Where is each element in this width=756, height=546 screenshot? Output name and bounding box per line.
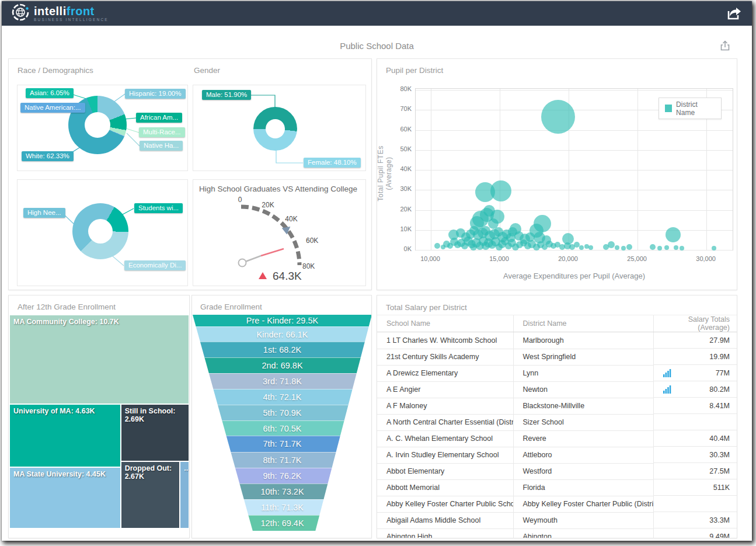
funnel-stage-label: 12th: 69.4K xyxy=(260,519,304,528)
funnel-stage[interactable]: 2nd: 69.8K xyxy=(193,357,372,373)
share-icon[interactable] xyxy=(726,6,743,21)
funnel-stage[interactable]: 5th: 70.9K xyxy=(193,405,372,420)
x-axis-label: Average Expenditures per Pupil (Average) xyxy=(415,272,733,280)
gauge-tick-40k: 40K xyxy=(285,215,297,223)
needs-label-high-needs[interactable]: High Nee... xyxy=(23,208,65,218)
col-salary-totals[interactable]: Salary Totals (Average) xyxy=(653,315,737,332)
treemap: MA Community College: 10.7KUniversity of… xyxy=(9,315,189,528)
gender-label-female[interactable]: Female: 48.10% xyxy=(304,158,361,168)
table-row[interactable]: A. Irvin Studley Elementary SchoolAttleb… xyxy=(377,447,737,463)
y-tick-label: 60K xyxy=(386,126,412,133)
race-label-multi-race[interactable]: Multi-Race... xyxy=(139,127,185,137)
funnel-stage[interactable]: 9th: 76.2K xyxy=(193,468,372,484)
scatter-bubble[interactable] xyxy=(680,246,684,251)
cell-school-name: 21st Century Skills Academy xyxy=(377,349,513,365)
scatter-bubble[interactable] xyxy=(615,245,619,250)
scatter-bubble[interactable] xyxy=(588,245,593,250)
race-label-asian[interactable]: Asian: 6.05% xyxy=(26,88,74,98)
table-row[interactable]: Abbot ElementaryWestford27.5M xyxy=(377,463,737,479)
col-school-name[interactable]: School Name xyxy=(377,315,513,332)
funnel-stage[interactable]: 4th: 72.1K xyxy=(193,389,372,405)
funnel-stage[interactable]: 8th: 71.7K xyxy=(193,452,372,468)
table-row[interactable]: A. C. Whelan Elementary SchoolRevere40.4… xyxy=(377,430,737,447)
cell-district-name: Lynn xyxy=(513,365,653,381)
col-district-name[interactable]: District Name xyxy=(513,315,653,332)
export-icon[interactable] xyxy=(719,40,731,51)
legend[interactable]: District Name xyxy=(659,98,722,119)
treemap-tile[interactable]: MA Community College: 10.7K xyxy=(9,315,189,404)
cell-salary-total: 511K xyxy=(653,479,737,496)
x-tick-label: 25,000 xyxy=(619,255,654,262)
salary-table: School Name District Name Salary Totals … xyxy=(377,315,737,538)
needs-donut[interactable] xyxy=(72,203,128,259)
race-label-african-american[interactable]: African Am... xyxy=(136,113,182,123)
table-row[interactable]: A E AngierNewton80.2M xyxy=(377,381,737,398)
funnel-stage[interactable]: 12th: 69.4K xyxy=(193,515,372,531)
table-row[interactable]: A North Central Charter Essential (Distr… xyxy=(377,414,737,430)
gender-donut[interactable] xyxy=(253,107,297,151)
table-row[interactable]: Abigail Adams Middle SchoolWeymouth33.3M xyxy=(377,512,737,528)
gauge-chart: High School Graduates VS Attending Colle… xyxy=(193,179,366,286)
scatter-bubble[interactable] xyxy=(608,241,615,248)
x-tick-label: 20,000 xyxy=(551,255,586,262)
scatter-bubble[interactable] xyxy=(657,246,662,251)
treemap-tile[interactable]: Dropped Out: 2.67K xyxy=(121,461,180,528)
funnel-stage[interactable]: 10th: 73.2K xyxy=(193,484,372,499)
table-row[interactable]: Abbott MemorialFlorida511K xyxy=(377,479,737,496)
race-chart: Asian: 6.05% Native American:... Hispani… xyxy=(17,85,188,171)
app-logo[interactable]: intellifront BUSINESS INTELLIGENCE xyxy=(11,3,109,24)
race-label-hispanic[interactable]: Hispanic: 19.00% xyxy=(125,89,186,99)
funnel-stage-label: 5th: 70.9K xyxy=(263,408,301,418)
treemap-tile[interactable]: MA State University: 4.45K xyxy=(9,467,121,528)
scatter-bubble[interactable] xyxy=(664,245,669,250)
funnel-stage[interactable]: 6th: 70.5K xyxy=(193,420,372,436)
cell-district-name[interactable]: Abby Kelley Foster Charter Public (Distr… xyxy=(513,496,653,512)
cell-district-name: Attleboro xyxy=(513,447,653,463)
table-row[interactable]: Abington HighAbington9.49M xyxy=(377,528,737,538)
cell-school-name[interactable]: Abby Kelley Foster Charter Public School xyxy=(377,496,513,512)
gridline xyxy=(431,89,431,250)
cell-school-name: A E Angier xyxy=(377,381,513,398)
scatter-bubble[interactable] xyxy=(541,100,575,134)
table-row[interactable]: 1 LT Charles W. Whitcomb SchoolMarlborou… xyxy=(377,332,737,349)
funnel-stage[interactable]: Pre - Kinder: 29.5K xyxy=(193,315,372,326)
table-header-row: School Name District Name Salary Totals … xyxy=(377,315,737,332)
funnel-stage[interactable]: Kinder: 66.1K xyxy=(193,326,372,342)
needs-label-economically[interactable]: Economically Di... xyxy=(124,260,186,270)
scatter-bubble[interactable] xyxy=(674,245,678,250)
scatter-bubble[interactable] xyxy=(666,227,681,242)
salary-value: 19.9M xyxy=(709,353,730,361)
gauge-value-marker xyxy=(259,272,267,279)
cell-district-name: Westford xyxy=(513,463,653,479)
race-label-white[interactable]: White: 62.33% xyxy=(22,151,74,161)
funnel-stage[interactable]: 3rd: 71.8K xyxy=(193,373,372,389)
treemap-tile[interactable]: ... xyxy=(180,461,189,528)
gauge-tick-20k: 20K xyxy=(262,201,274,209)
needs-label-students-with[interactable]: Students wi... xyxy=(134,203,183,213)
funnel-stage[interactable]: 7th: 71.7K xyxy=(193,436,372,451)
funnel-stage-label: 7th: 71.7K xyxy=(263,439,301,448)
salary-value: 40.4M xyxy=(709,434,730,443)
gauge-figure[interactable]: 0 20K 40K 60K 80K 64.3K xyxy=(193,180,365,286)
table-row[interactable]: A F MaloneyBlackstone-Millville8.41M xyxy=(377,398,737,414)
treemap-tile[interactable]: Still in School: 2.69K xyxy=(121,404,189,461)
table-row[interactable]: 21st Century Skills AcademyWest Springfi… xyxy=(377,349,737,365)
race-label-native-american[interactable]: Native American:... xyxy=(20,103,85,113)
funnel-stage[interactable]: 1st: 68.2K xyxy=(193,342,372,357)
gender-label-male[interactable]: Male: 51.90% xyxy=(202,90,251,100)
salary-value: 8.41M xyxy=(709,402,730,410)
treemap-tile[interactable]: University of MA: 4.63K xyxy=(9,404,121,467)
legend-label: District Name xyxy=(676,100,715,117)
scatter-bubble[interactable] xyxy=(626,244,632,250)
scatter-bubble[interactable] xyxy=(579,245,584,250)
app-header: intellifront BUSINESS INTELLIGENCE xyxy=(2,1,752,26)
scatter-bubble[interactable] xyxy=(490,180,511,201)
race-label-native-hawaiian[interactable]: Native Ha... xyxy=(140,141,183,151)
salary-value: 80.2M xyxy=(709,385,730,394)
table-row[interactable]: Abby Kelley Foster Charter Public School… xyxy=(377,496,737,512)
app-window: intellifront BUSINESS INTELLIGENCE Publi… xyxy=(2,1,752,541)
table-row[interactable]: A Drewicz ElementaryLynn77M xyxy=(377,365,737,381)
scatter-bubble[interactable] xyxy=(434,243,440,249)
funnel-stage[interactable]: 11th: 71.3K xyxy=(193,499,372,515)
scatter-bubble[interactable] xyxy=(650,244,656,250)
